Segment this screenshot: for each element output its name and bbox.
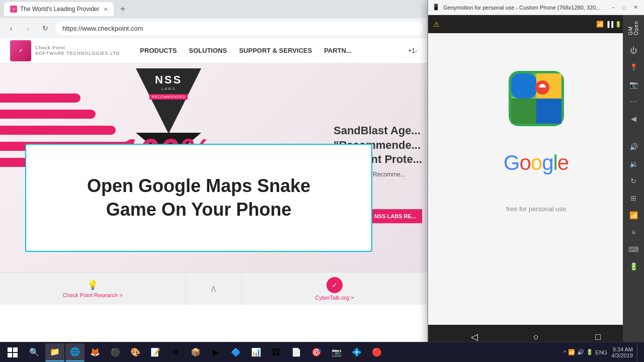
taskbar-system-tray: ^ 📶 🔊 🔋 ENG 9:34 AM 4/3/2019 [564,343,644,361]
taskbar-app-red[interactable]: 🔴 [367,343,386,361]
tray-battery-icon: 🔋 [586,349,593,355]
reload-button[interactable]: ↻ [38,21,52,35]
taskbar-app-edge[interactable]: 🌐 [65,343,85,361]
taskbar-app-diamond[interactable]: 💠 [347,343,366,361]
taskbar-app-photoshop[interactable]: 🎨 [126,343,145,361]
tab-close-button[interactable]: ✕ [104,7,108,12]
geny-power-icon[interactable]: ⏻ [624,42,642,58]
tray-network-icon: 📶 [568,349,575,355]
hero-section: NSS LABS RECOMMENDED 100% BLOCK RATE San… [0,63,427,305]
battery-icon: 🔋 [615,21,622,28]
tray-lang[interactable]: ENG [595,349,607,355]
forward-button[interactable]: › [21,21,35,35]
phone-number: +1- [408,47,417,54]
phone-content-area: Google free for personal use [428,33,644,325]
google-e: e [557,151,569,174]
geny-signal-icon[interactable]: 📶 [624,207,642,223]
nav-support[interactable]: SUPPORT & SERVICES [239,47,312,54]
nav-solutions[interactable]: SOLUTIONS [189,47,227,54]
genymotion-titlebar: 📱 Genymotion for personal use - Custom P… [428,0,644,15]
maps-app-icon[interactable] [506,68,567,129]
popup-text: Open Google Maps SnakeGame On Your Phone [87,174,310,222]
wifi-icon: 📶 [596,21,604,28]
geny-more-icon[interactable]: ⋯ [624,94,642,110]
taskbar-app-cam[interactable]: 📷 [327,343,346,361]
genymotion-window-controls: − □ ✕ [609,3,640,12]
taskbar-search-button[interactable]: 🔍 [25,343,43,361]
android-statusbar: ⚠ 📶 ▐▐ 🔋 2:34 [428,15,644,33]
free-label: free for personal use [506,205,566,213]
taskbar-app-excel[interactable]: 📊 [247,343,266,361]
svg-rect-7 [511,99,536,124]
nss-recommended-badge: RECOMMENDED [149,94,187,100]
geny-open-btn[interactable]: Open GM [624,19,642,35]
close-button[interactable]: ✕ [631,3,640,12]
webpage-content: ✓ Check Point SOFTWARE TECHNOLOGIES LTD … [0,38,427,362]
bottom-links-bar: 💡 Check Point Research > ∧ ✓ CyberTalk.o… [0,272,427,305]
taskbar-app-play[interactable]: ▶ [206,343,225,361]
nss-labs-button[interactable]: NSS LABS RE... [368,209,422,223]
status-icons: 📶 ▐▐ 🔋 [596,21,622,28]
geny-rotate-icon[interactable]: ↻ [624,173,642,189]
windows-taskbar: 🔍 📁 🌐 🦊 ⚫ 🎨 📝 ⚙ 📦 ▶ 🔷 📊 🖼 📄 🎯 📷 💠 🔴 ^ 📶 … [0,342,644,362]
genymotion-content: ⚠ 📶 ▐▐ 🔋 2:34 [428,15,644,362]
windows-logo-icon [8,347,18,357]
maps-icon-container [506,68,567,131]
nav-products[interactable]: PRODUCTS [140,47,177,54]
start-button[interactable] [0,342,25,363]
site-nav: PRODUCTS SOLUTIONS SUPPORT & SERVICES PA… [140,47,351,54]
taskbar-app-pkg[interactable]: 📦 [186,343,205,361]
back-button[interactable]: ‹ [4,21,18,35]
browser-tab[interactable]: ✓ The World's Leading Provider o... ✕ [4,2,114,16]
geny-gps-icon[interactable]: 📍 [624,59,642,75]
new-tab-button[interactable]: + [117,3,129,15]
taskbar-app-explorer[interactable]: 📁 [45,343,64,361]
research-label: Check Point Research > [63,292,123,298]
bottom-link-cybertalk[interactable]: ✓ CyberTalk.org > [242,273,427,305]
genymotion-sidebar: Open GM ⏻ 📍 📷 ⋯ ◀ 🔊 🔉 ↻ ⊞ 📶 ≡ ⌨ 🔋 [623,15,644,362]
minimize-button[interactable]: − [609,3,618,12]
research-icon: 💡 [87,280,98,291]
taskbar-app-app3[interactable]: ⚫ [106,343,125,361]
nss-labs-text: LABS [136,86,201,91]
nav-partners[interactable]: PARTN... [324,47,352,54]
google-o1: o [519,151,530,174]
logo-icon: ✓ [10,40,31,61]
geny-battery-icon[interactable]: 🔋 [624,258,642,275]
tray-up-icon[interactable]: ^ [564,349,566,355]
taskbar-app-firefox[interactable]: 🦊 [86,343,105,361]
taskbar-app-word[interactable]: 📝 [146,343,165,361]
tab-title: The World's Leading Provider o... [20,6,101,13]
taskbar-app-doc[interactable]: 📄 [287,343,306,361]
svg-rect-4 [511,73,536,99]
taskbar-app-img[interactable]: 🖼 [267,343,286,361]
tab-favicon: ✓ [10,6,17,13]
geny-id-icon[interactable]: ⊞ [624,190,642,206]
signal-icon: ▐▐ [605,21,613,27]
browser-window: ✓ The World's Leading Provider o... ✕ + … [0,0,428,362]
maximize-button[interactable]: □ [620,3,629,12]
address-bar[interactable] [55,21,423,35]
taskbar-app-settings[interactable]: ⚙ [166,343,185,361]
nss-text: NSS [136,73,201,86]
geny-volume-down-icon[interactable]: 🔉 [624,156,642,172]
google-g: G [504,151,520,174]
site-logo: ✓ Check Point SOFTWARE TECHNOLOGIES LTD [10,40,120,61]
geny-rss-icon[interactable]: ≡ [624,224,642,240]
google-g2: g [542,151,553,174]
bottom-link-middle: ∧ [186,273,242,305]
logo-text: Check Point SOFTWARE TECHNOLOGIES LTD [35,45,120,56]
geny-camera-icon[interactable]: 📷 [624,76,642,93]
geny-keyboard-icon[interactable]: ⌨ [624,241,642,257]
popup-overlay: Open Google Maps SnakeGame On Your Phone [25,144,372,252]
geny-nav-left-icon[interactable]: ◀ [624,111,642,127]
taskbar-app-target[interactable]: 🎯 [307,343,326,361]
taskbar-apps: 📁 🌐 🦊 ⚫ 🎨 📝 ⚙ 📦 ▶ 🔷 📊 🖼 📄 🎯 📷 💠 🔴 [43,343,564,361]
site-header: ✓ Check Point SOFTWARE TECHNOLOGIES LTD … [0,38,427,63]
show-desktop-button[interactable] [637,343,640,361]
bottom-link-research[interactable]: 💡 Check Point Research > [0,273,186,305]
browser-titlebar: ✓ The World's Leading Provider o... ✕ + [0,0,427,18]
chevron-icon: ∧ [210,283,217,295]
taskbar-app-vs[interactable]: 🔷 [226,343,246,361]
geny-volume-up-icon[interactable]: 🔊 [624,139,642,155]
